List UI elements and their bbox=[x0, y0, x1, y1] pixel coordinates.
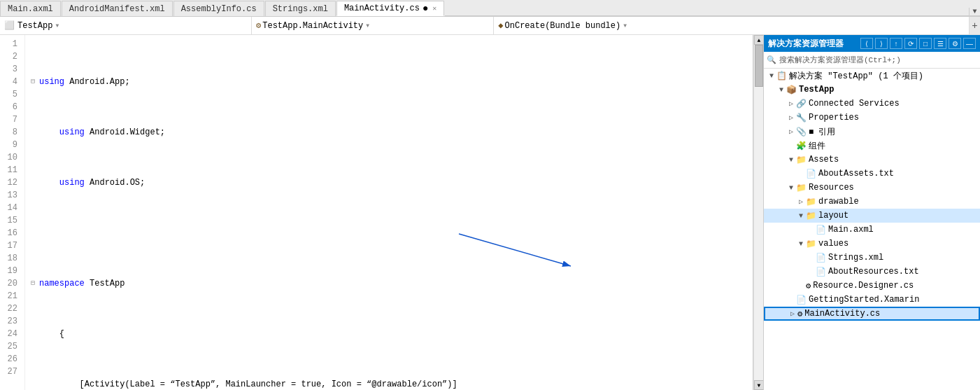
tree-node-aboutassets[interactable]: 📄 AboutAssets.txt bbox=[764, 167, 980, 181]
fold-icon[interactable]: ⊟ bbox=[31, 76, 38, 88]
xml-icon: 📄 bbox=[816, 253, 826, 263]
tree-node-aboutresources[interactable]: 📄 AboutResources.txt bbox=[764, 265, 980, 279]
tab-close-button[interactable]: ✕ bbox=[432, 4, 436, 13]
nav-back-button[interactable]: ⟨ bbox=[860, 38, 873, 49]
tree-node-properties[interactable]: ▷ 🔧 Properties bbox=[764, 111, 980, 125]
tab-main-activity[interactable]: MainActivity.cs ● ✕ bbox=[336, 1, 444, 16]
tree-node-main-axml[interactable]: 📄 Main.axml bbox=[764, 223, 980, 237]
code-line: { bbox=[31, 328, 747, 340]
search-placeholder: 搜索解决方案资源管理器(Ctrl+;) bbox=[779, 55, 901, 65]
code-line: ⊟ using Android.App; bbox=[31, 76, 747, 88]
scroll-up-button[interactable]: ▲ bbox=[754, 35, 764, 45]
tab-assembly-info[interactable]: AssemblyInfo.cs bbox=[173, 1, 264, 16]
properties-icon: 🔧 bbox=[796, 113, 807, 123]
sync-button[interactable]: ↑ bbox=[890, 38, 902, 49]
solution-tree[interactable]: ▼ 📋 解决方案 "TestApp" (1 个项目) ▼ 📦 TestApp ▷… bbox=[764, 69, 980, 390]
assets-icon: 📁 bbox=[796, 155, 807, 165]
project-icon: 📦 bbox=[786, 85, 797, 95]
expand-icon[interactable]: ▷ bbox=[796, 197, 806, 206]
tree-node-resource-designer[interactable]: ⚙ Resource.Designer.cs bbox=[764, 279, 980, 293]
settings-button[interactable]: ⚙ bbox=[949, 38, 961, 49]
expand-icon[interactable]: ▼ bbox=[796, 212, 806, 220]
tab-label: MainActivity.cs bbox=[344, 4, 420, 13]
collapse-button[interactable]: □ bbox=[919, 38, 932, 49]
search-icon: 🔍 bbox=[767, 55, 776, 64]
scroll-down-button[interactable]: ▼ bbox=[754, 380, 764, 390]
expand-icon[interactable]: ▷ bbox=[786, 127, 796, 136]
tree-node-label: Assets bbox=[809, 155, 839, 165]
expand-icon[interactable]: ▼ bbox=[786, 184, 796, 192]
tree-node-references[interactable]: ▷ 📎 ■ 引用 bbox=[764, 125, 980, 139]
minimize-button[interactable]: — bbox=[963, 38, 976, 49]
chevron-down-icon: ▼ bbox=[55, 22, 59, 29]
sidebar-title: 解决方案资源管理器 bbox=[768, 38, 844, 50]
tree-node-label: ■ 引用 bbox=[809, 126, 835, 138]
folder-icon: 📁 bbox=[806, 211, 816, 221]
tree-node-getting-started[interactable]: 📄 GettingStarted.Xamarin bbox=[764, 293, 980, 307]
editor-scrollbar[interactable]: ▲ ▼ bbox=[753, 35, 763, 390]
scroll-track[interactable] bbox=[754, 45, 763, 380]
tab-main-axml[interactable]: Main.axml bbox=[0, 1, 61, 16]
tree-node-solution[interactable]: ▼ 📋 解决方案 "TestApp" (1 个项目) bbox=[764, 69, 980, 83]
cs-icon: ⚙ bbox=[797, 309, 802, 319]
file-icon: 📄 bbox=[816, 225, 826, 235]
expand-icon[interactable]: ▼ bbox=[786, 156, 796, 164]
folder-icon: 📁 bbox=[806, 197, 816, 207]
expand-icon[interactable]: ▼ bbox=[767, 72, 776, 80]
tree-node-label: layout bbox=[818, 211, 848, 221]
tab-android-manifest[interactable]: AndroidManifest.xml bbox=[62, 1, 173, 16]
scroll-thumb[interactable] bbox=[755, 45, 763, 87]
breadcrumb-project[interactable]: ⬜ TestApp ▼ bbox=[0, 17, 252, 34]
tree-node-label: Connected Services bbox=[809, 99, 900, 109]
tree-node-assets[interactable]: ▼ 📁 Assets bbox=[764, 153, 980, 167]
expand-icon[interactable]: ▷ bbox=[788, 309, 797, 318]
tree-node-label: Resources bbox=[809, 183, 854, 193]
tree-node-components[interactable]: 🧩 组件 bbox=[764, 139, 980, 153]
chevron-down-icon: ▼ bbox=[366, 22, 369, 29]
tree-node-layout[interactable]: ▼ 📁 layout bbox=[764, 209, 980, 223]
nav-forward-button[interactable]: ⟩ bbox=[875, 38, 888, 49]
code-content[interactable]: ⊟ using Android.App; using Android.Widge… bbox=[25, 35, 753, 390]
project-icon: ⬜ bbox=[4, 20, 15, 31]
sidebar-search-bar[interactable]: 🔍 搜索解决方案资源管理器(Ctrl+;) bbox=[764, 52, 980, 69]
breadcrumb-method[interactable]: ◆ OnCreate(Bundle bundle) ▼ bbox=[494, 17, 969, 34]
fold-icon bbox=[31, 126, 38, 139]
tree-node-values[interactable]: ▼ 📁 values bbox=[764, 237, 980, 251]
cs-icon: ⚙ bbox=[806, 281, 811, 291]
tree-node-resources[interactable]: ▼ 📁 Resources bbox=[764, 181, 980, 195]
fold-icon[interactable]: ⊟ bbox=[31, 277, 38, 290]
breadcrumb-bar: ⬜ TestApp ▼ ⚙ TestApp.MainActivity ▼ ◆ O… bbox=[0, 17, 980, 35]
breadcrumb-class[interactable]: ⚙ TestApp.MainActivity ▼ bbox=[252, 17, 494, 34]
sidebar-controls: ⟨ ⟩ ↑ ⟳ □ ☰ ⚙ — bbox=[860, 38, 976, 49]
expand-icon[interactable]: ▷ bbox=[786, 99, 796, 108]
refresh-button[interactable]: ⟳ bbox=[904, 38, 917, 49]
chevron-down-icon: ▼ bbox=[972, 8, 977, 15]
breadcrumb-project-label: TestApp bbox=[17, 21, 52, 31]
tab-overflow-button[interactable]: ▼ bbox=[969, 8, 980, 16]
editor-area[interactable]: 1234 567 8910 11121314 15161718 19202122… bbox=[0, 35, 753, 390]
resources-icon: 📁 bbox=[796, 183, 807, 193]
method-icon: ◆ bbox=[498, 20, 503, 31]
tree-node-main-activity-cs[interactable]: ▷ ⚙ MainActivity.cs bbox=[764, 307, 980, 321]
tree-node-label: MainActivity.cs bbox=[804, 309, 880, 319]
tab-label: AndroidManifest.xml bbox=[69, 4, 165, 14]
chevron-down-icon: ▼ bbox=[623, 22, 627, 29]
tree-node-label: values bbox=[818, 239, 848, 249]
solution-explorer: 解决方案资源管理器 ⟨ ⟩ ↑ ⟳ □ ☰ ⚙ — 🔍 搜索解决方案资源管理器(… bbox=[763, 35, 980, 390]
expand-icon[interactable]: ▼ bbox=[776, 86, 786, 94]
main-container: 1234 567 8910 11121314 15161718 19202122… bbox=[0, 35, 980, 390]
show-all-button[interactable]: ☰ bbox=[934, 38, 946, 49]
expand-icon[interactable]: ▷ bbox=[786, 113, 796, 122]
tab-strings-xml[interactable]: Strings.xml bbox=[265, 1, 336, 16]
tree-node-strings-xml[interactable]: 📄 Strings.xml bbox=[764, 251, 980, 265]
components-icon: 🧩 bbox=[796, 141, 807, 151]
tree-node-testapp[interactable]: ▼ 📦 TestApp bbox=[764, 83, 980, 97]
expand-icon[interactable]: ▼ bbox=[796, 240, 806, 248]
tab-label: Main.axml bbox=[8, 4, 53, 14]
expand-editor-button[interactable]: + bbox=[969, 17, 980, 34]
tree-node-connected-services[interactable]: ▷ 🔗 Connected Services bbox=[764, 97, 980, 111]
tree-node-label: drawable bbox=[818, 197, 859, 207]
breadcrumb-class-label: TestApp.MainActivity bbox=[262, 21, 363, 31]
tree-node-drawable[interactable]: ▷ 📁 drawable bbox=[764, 195, 980, 209]
tree-node-label: TestApp bbox=[799, 85, 834, 95]
